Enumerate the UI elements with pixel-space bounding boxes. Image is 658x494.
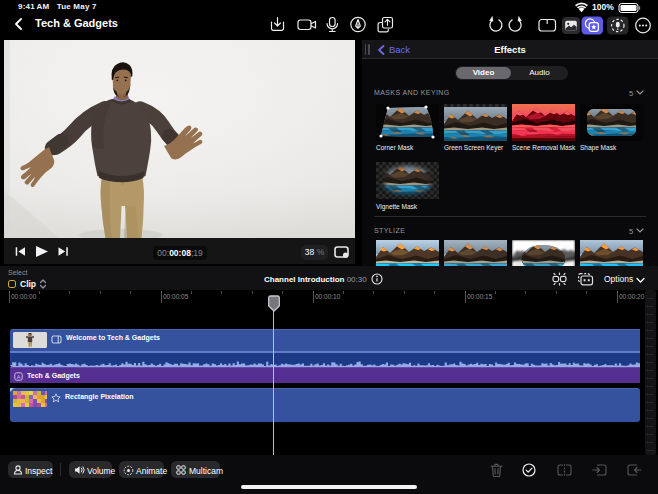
svg-text:A: A (17, 373, 21, 379)
